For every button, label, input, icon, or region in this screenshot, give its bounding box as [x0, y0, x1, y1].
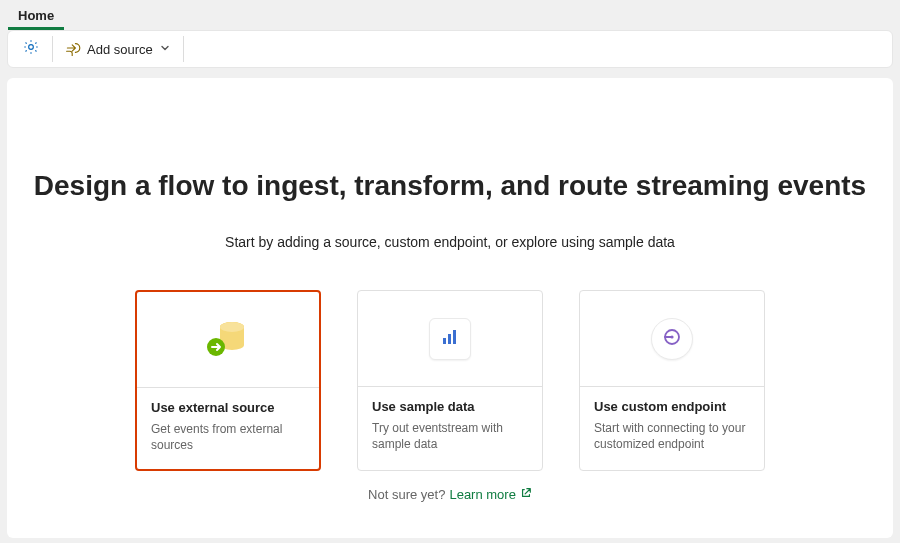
card-use-external-source[interactable]: Use external source Get events from exte…	[135, 290, 321, 471]
card-use-sample-data[interactable]: Use sample data Try out eventstream with…	[357, 290, 543, 471]
chevron-down-icon	[159, 42, 171, 57]
toolbar-divider	[183, 36, 184, 62]
card-use-custom-endpoint[interactable]: Use custom endpoint Start with connectin…	[579, 290, 765, 471]
svg-rect-4	[443, 338, 446, 344]
card-title: Use custom endpoint	[594, 399, 750, 414]
toolbar-divider	[52, 36, 53, 62]
external-source-icon	[202, 314, 254, 366]
svg-rect-6	[453, 330, 456, 344]
option-cards: Use external source Get events from exte…	[7, 290, 893, 471]
tab-home-label: Home	[18, 8, 54, 23]
learn-more-link[interactable]: Learn more	[449, 487, 531, 502]
svg-rect-5	[448, 334, 451, 344]
toolbar: Add source	[7, 30, 893, 68]
add-source-label: Add source	[87, 42, 153, 57]
tab-home[interactable]: Home	[8, 2, 64, 30]
settings-button[interactable]	[16, 34, 46, 64]
empty-state-canvas: Design a flow to ingest, transform, and …	[7, 78, 893, 538]
svg-point-8	[670, 335, 673, 338]
svg-point-0	[29, 45, 34, 50]
external-link-icon	[520, 487, 532, 502]
card-title: Use sample data	[372, 399, 528, 414]
gear-icon	[22, 38, 40, 60]
learn-more-label: Learn more	[449, 487, 515, 502]
sample-data-icon	[439, 326, 461, 352]
tab-bar: Home	[0, 0, 900, 30]
custom-endpoint-icon	[661, 326, 683, 352]
add-source-button[interactable]: Add source	[59, 34, 177, 64]
card-description: Start with connecting to your customized…	[594, 420, 750, 452]
footer-prefix: Not sure yet?	[368, 487, 445, 502]
footer-hint: Not sure yet? Learn more	[7, 487, 893, 502]
card-description: Try out eventstream with sample data	[372, 420, 528, 452]
hero-subtitle: Start by adding a source, custom endpoin…	[7, 234, 893, 250]
svg-point-2	[220, 322, 244, 332]
card-title: Use external source	[151, 400, 305, 415]
hero-title: Design a flow to ingest, transform, and …	[7, 170, 893, 202]
add-source-icon	[65, 40, 81, 59]
card-description: Get events from external sources	[151, 421, 305, 453]
